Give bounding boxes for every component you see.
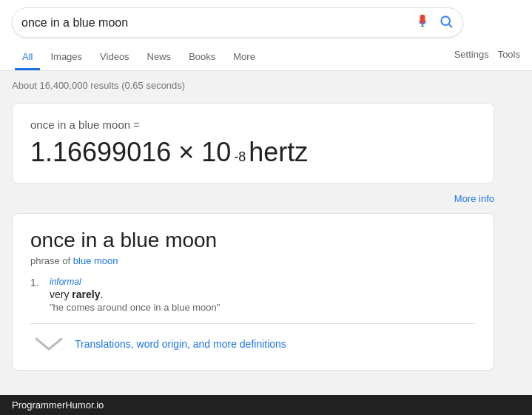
tab-videos[interactable]: Videos [92,44,137,70]
def-content: informal very rarely. "he comes around o… [50,277,220,313]
def-phrase-of-link[interactable]: blue moon [73,255,118,266]
more-info-link[interactable]: More info [454,193,494,204]
calc-exponent: -8 [234,149,246,165]
calc-result: 1.16699016 × 10-8 hertz [30,137,476,168]
calc-label: once in a blue moon = [30,118,476,131]
def-text: very rarely. [50,289,220,300]
search-icon-btn[interactable] [439,14,454,31]
svg-rect-1 [421,26,425,27]
search-box [12,7,463,38]
definition-card: once in a blue moon phrase of blue moon … [12,213,494,371]
nav-right: Settings Tools [454,49,520,66]
mic-icon[interactable] [415,14,430,31]
tab-news[interactable]: News [140,44,179,70]
search-icons [415,14,454,31]
def-list: 1. informal very rarely. "he comes aroun… [30,277,476,313]
def-more-row: Translations, word origin, and more defi… [30,324,476,355]
def-number: 1. [30,277,45,313]
calculator-card: once in a blue moon = 1.16699016 × 10-8 … [12,103,494,183]
tab-books[interactable]: Books [181,44,223,70]
chevron-down-icon[interactable] [30,333,67,355]
list-item: 1. informal very rarely. "he comes aroun… [30,277,476,313]
calc-unit: hertz [249,137,308,168]
search-bar-row [12,7,520,38]
def-phrase-of: phrase of blue moon [30,255,476,266]
def-pos: informal [50,277,220,287]
tab-images[interactable]: Images [43,44,90,70]
tab-all[interactable]: All [15,44,40,70]
nav-tabs: All Images Videos News Books More Settin… [15,44,520,70]
settings-link[interactable]: Settings [454,49,489,60]
main-content: About 16,400,000 results (0.65 seconds) … [0,71,532,379]
def-phrase-of-prefix: phrase of [30,255,73,266]
def-more-link[interactable]: Translations, word origin, and more defi… [75,338,286,350]
search-input[interactable] [21,16,415,30]
calc-value: 1.16699016 × 10 [30,137,231,168]
def-example: "he comes around once in a blue moon" [50,302,220,313]
svg-line-3 [449,24,452,27]
tab-more[interactable]: More [226,44,263,70]
def-title: once in a blue moon [30,229,476,252]
tools-link[interactable]: Tools [498,49,520,60]
header: All Images Videos News Books More Settin… [0,0,532,71]
more-info-row: More info [12,192,494,204]
results-count: About 16,400,000 results (0.65 seconds) [12,80,520,91]
